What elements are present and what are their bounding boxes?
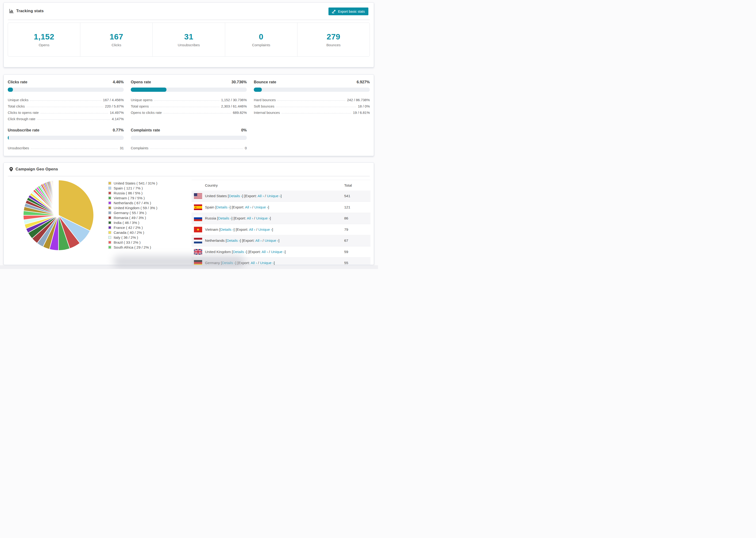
geo-export-all-link-germany[interactable]: All ›	[251, 261, 257, 265]
bracket-text: ]	[285, 250, 286, 254]
rate-block-opens-rate: Opens rate30.736%Unique opens1,152 / 30.…	[131, 80, 247, 121]
bracket-text: ]	[272, 228, 273, 232]
legend-label: France ( 42 / 2% )	[114, 226, 143, 230]
legend-label: South Africa ( 29 / 2% )	[114, 245, 151, 249]
geo-details-link-vietnam[interactable]: Details ›	[220, 228, 234, 232]
rate-detail-row: Unique clicks167 / 4.456%	[8, 95, 124, 102]
geo-pie-chart[interactable]	[23, 180, 94, 251]
table-row-united-states: United States [Details ›] [Export: All ›…	[191, 190, 370, 202]
geo-details-link-united-states[interactable]: Details ›	[229, 194, 242, 198]
detail-value: 31	[120, 146, 124, 150]
legend-swatch	[108, 206, 111, 209]
geo-export-all-link-united-states[interactable]: All ›	[257, 194, 264, 198]
rate-value: 30.736%	[232, 80, 247, 84]
rate-progress-fill	[254, 87, 262, 92]
rate-detail-row: Internal bounces19 / 6.81%	[254, 108, 370, 115]
geo-header: Campaign Geo Opens	[4, 163, 374, 176]
legend-item-united-kingdom: United Kingdom ( 59 / 3% )	[108, 205, 189, 210]
country-name: Germany	[205, 261, 221, 265]
geo-details-link-germany[interactable]: Details ›	[222, 261, 235, 265]
summary-value: 31	[184, 32, 193, 41]
tracking-stats-card: Tracking stats Export basic stats 1,152O…	[4, 2, 374, 67]
geo-export-all-link-united-kingdom[interactable]: All ›	[261, 250, 268, 254]
rate-block-complaints-rate: Complaints rate0%Complaints0	[131, 128, 247, 150]
detail-label: Click through rate	[8, 117, 35, 121]
table-row-germany: Germany [Details ›] [Export: All › / Uni…	[191, 257, 370, 265]
bracket-text: ] [Export:	[230, 205, 245, 209]
geo-details-link-united-kingdom[interactable]: Details ›	[233, 250, 246, 254]
geo-export-unique-link-vietnam[interactable]: Unique ›	[258, 228, 272, 232]
rate-progress-fill	[8, 87, 13, 92]
summary-label: Unsubscribes	[178, 43, 200, 47]
detail-label: Total opens	[131, 104, 149, 108]
geo-export-all-link-spain[interactable]: All ›	[245, 205, 251, 209]
legend-item-india: India ( 46 / 3% )	[108, 220, 189, 225]
geo-export-unique-link-germany[interactable]: Unique ›	[260, 261, 274, 265]
detail-label: Internal bounces	[254, 111, 280, 115]
geo-details-link-spain[interactable]: Details ›	[216, 205, 230, 209]
legend-label: Brazil ( 33 / 2% )	[114, 241, 141, 244]
geo-export-unique-link-spain[interactable]: Unique ›	[254, 205, 268, 209]
summary-label: Complaints	[252, 43, 270, 47]
country-cell: United States [Details ›] [Export: All ›…	[205, 194, 344, 198]
legend-swatch	[108, 246, 111, 249]
rate-progress-bar	[8, 136, 124, 140]
bracket-text: ]	[268, 205, 269, 209]
rate-title: Opens rate	[131, 80, 151, 84]
bracket-text: ]	[270, 216, 271, 220]
geo-details-link-russia[interactable]: Details ›	[218, 216, 232, 220]
summary-label: Clicks	[112, 43, 121, 47]
export-basic-stats-button[interactable]: Export basic stats	[328, 8, 368, 15]
detail-label: Soft bounces	[254, 104, 274, 108]
country-cell: Vietnam [Details ›] [Export: All › / Uni…	[205, 228, 344, 232]
rate-detail-row: Clicks to opens rate14.497%	[8, 108, 124, 115]
geo-export-unique-link-netherlands[interactable]: Unique ›	[265, 239, 279, 242]
netherlands-flag-icon	[194, 238, 202, 243]
detail-value: 1,152 / 30.736%	[221, 98, 247, 102]
geo-export-all-link-russia[interactable]: All ›	[247, 216, 253, 220]
geo-export-all-link-netherlands[interactable]: All ›	[255, 239, 262, 242]
geo-export-unique-link-united-kingdom[interactable]: Unique ›	[271, 250, 285, 254]
geo-export-all-link-vietnam[interactable]: All ›	[249, 228, 255, 232]
country-cell: United Kingdom [Details ›] [Export: All …	[205, 250, 344, 254]
geo-table-header: Country Total	[191, 180, 370, 190]
legend-item-united-states: United States ( 541 / 31% )	[108, 181, 189, 186]
legend-label: Spain ( 121 / 7% )	[114, 186, 143, 190]
legend-item-brazil: Brazil ( 33 / 2% )	[108, 240, 189, 245]
rates-grid: Clicks rate4.46%Unique clicks167 / 4.456…	[4, 75, 374, 150]
summary-strip: 1,152Opens167Clicks31Unsubscribes0Compla…	[8, 23, 370, 57]
geo-header-divider	[8, 176, 370, 177]
header-divider	[8, 20, 370, 20]
detail-value: 220 / 5.87%	[105, 104, 124, 108]
rate-value: 6.927%	[357, 80, 370, 84]
total-cell: 121	[344, 205, 370, 209]
bracket-text: ] [Export:	[242, 194, 257, 198]
legend-item-canada: Canada ( 40 / 2% )	[108, 230, 189, 235]
column-header-country: Country	[191, 183, 218, 188]
country-cell: Russia [Details ›] [Export: All › / Uniq…	[205, 216, 344, 220]
rate-progress-bar	[131, 87, 247, 92]
united-states-flag-icon	[194, 193, 202, 199]
geo-export-unique-link-united-states[interactable]: Unique ›	[267, 194, 281, 198]
rate-block-unsubscribe-rate: Unsubscribe rate0.77%Unsubscribes31	[8, 128, 124, 150]
legend-swatch	[108, 236, 111, 239]
rate-detail-row: Soft bounces18 / 0%	[254, 102, 370, 108]
summary-cell-opens: 1,152Opens	[8, 23, 80, 56]
detail-value: 19 / 6.81%	[353, 111, 370, 115]
rate-progress-fill	[8, 136, 9, 140]
geo-export-unique-link-russia[interactable]: Unique ›	[256, 216, 270, 220]
export-button-label: Export basic stats	[338, 10, 365, 13]
detail-value: 4.147%	[112, 117, 124, 121]
detail-label: Total clicks	[8, 104, 25, 108]
geo-table-body: United States [Details ›] [Export: All ›…	[191, 190, 370, 265]
rate-detail-row: Opens to clicks rate689.82%	[131, 108, 247, 115]
rate-detail-row: Unique opens1,152 / 30.736%	[131, 95, 247, 102]
summary-cell-unsubscribes: 31Unsubscribes	[153, 23, 225, 56]
rate-value: 0%	[241, 128, 247, 133]
rate-detail-row: Unsubscribes31	[8, 144, 124, 150]
detail-label: Unique opens	[131, 98, 153, 102]
legend-swatch	[108, 187, 111, 190]
legend-swatch	[108, 211, 111, 214]
bracket-text: ]	[281, 194, 282, 198]
geo-details-link-netherlands[interactable]: Details ›	[227, 239, 240, 242]
